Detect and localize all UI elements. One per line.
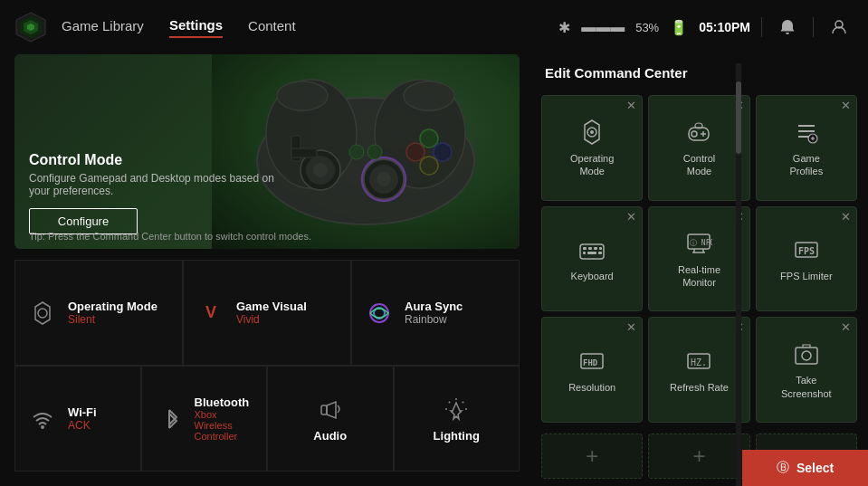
hero-description: Configure Gamepad and Desktop modes base…: [29, 172, 282, 197]
user-profile-button[interactable]: [825, 13, 854, 42]
audio-label: Audio: [313, 429, 347, 443]
cmd-tile-refresh-rate[interactable]: ✕ HZ. Refresh Rate: [648, 317, 749, 423]
remove-resolution-button[interactable]: ✕: [626, 321, 636, 333]
notification-button[interactable]: [773, 13, 802, 42]
remove-keyboard-button[interactable]: ✕: [626, 211, 636, 223]
cmd-tile-realtime-monitor[interactable]: ✕ ⓘ NFO Real-timeMonitor: [648, 206, 749, 312]
cmd-tile-control-mode[interactable]: ✕ ControlMode: [648, 95, 749, 201]
lighting-cell[interactable]: Lighting: [394, 366, 520, 472]
svg-text:FHD: FHD: [583, 358, 598, 367]
remove-take-screenshot-button[interactable]: ✕: [841, 321, 851, 333]
cmd-tile-fps-limiter-label: FPS Limiter: [780, 270, 832, 282]
svg-point-14: [420, 129, 438, 148]
svg-point-23: [277, 81, 328, 110]
cmd-tile-control-mode-label: ControlMode: [683, 152, 715, 178]
cmd-tile-take-screenshot-label: TakeScreenshot: [781, 374, 832, 400]
wifi-value: ACK: [68, 419, 97, 432]
nav-status-area: ✱ ▬▬▬ 53% 🔋 05:10PM: [558, 13, 854, 42]
bluetooth-value: Xbox Wireless Controller: [195, 409, 254, 442]
scrollbar[interactable]: [736, 63, 741, 486]
cmd-tile-operating-mode-label: OperatingMode: [570, 152, 614, 178]
add-tile-1[interactable]: +: [541, 434, 643, 479]
svg-text:ⓘ NFO: ⓘ NFO: [690, 239, 712, 247]
operating-mode-value: Silent: [68, 313, 157, 326]
svg-point-26: [38, 309, 47, 318]
svg-point-68: [802, 351, 811, 360]
operating-mode-cell[interactable]: Operating Mode Silent: [14, 260, 183, 366]
svg-text:FPS: FPS: [798, 246, 815, 256]
svg-text:HZ.: HZ.: [691, 357, 707, 367]
remove-fps-limiter-button[interactable]: ✕: [841, 211, 851, 223]
nav-game-library[interactable]: Game Library: [62, 18, 144, 37]
remove-game-profiles-button[interactable]: ✕: [841, 100, 851, 111]
cmd-tile-realtime-monitor-label: Real-timeMonitor: [678, 263, 720, 290]
time-display: 05:10PM: [699, 20, 750, 34]
cmd-tile-fps-limiter[interactable]: ✕ FPS FPS Limiter: [756, 206, 857, 312]
bluetooth-cell[interactable]: Bluetooth Xbox Wireless Controller: [141, 366, 268, 472]
audio-cell[interactable]: Audio: [267, 366, 394, 472]
bluetooth-cell-icon: [155, 405, 184, 434]
resolution-tile-icon: FHD: [577, 347, 606, 376]
svg-rect-55: [598, 252, 602, 254]
svg-rect-50: [588, 247, 592, 250]
app-logo[interactable]: [14, 11, 47, 43]
wifi-label: Wi-Fi: [68, 405, 97, 419]
settings-grid: Operating Mode Silent V Game Visual Vivi…: [14, 260, 520, 472]
lighting-icon: [442, 395, 471, 424]
hero-tip: Tip: Press the Command Center button to …: [29, 231, 311, 242]
bluetooth-icon: ✱: [558, 19, 570, 36]
wifi-cell-icon: [28, 405, 57, 434]
svg-marker-31: [327, 402, 336, 418]
wifi-icon: ▬▬▬: [581, 19, 625, 35]
take-screenshot-tile-icon: [792, 339, 821, 368]
select-button-bar[interactable]: Ⓑ Select: [742, 450, 868, 486]
cmd-tile-operating-mode[interactable]: ✕ OperatingMode: [541, 95, 643, 201]
cmd-tile-game-profiles-label: GameProfiles: [789, 152, 823, 178]
keyboard-tile-icon: [577, 235, 606, 264]
svg-rect-52: [599, 247, 602, 250]
game-visual-value: Vivid: [236, 313, 307, 326]
battery-icon: 🔋: [670, 19, 688, 36]
command-center-grid: ✕ OperatingMode ✕ ControlMode ✕: [541, 95, 857, 423]
wifi-percent: 53%: [635, 21, 659, 34]
hero-text: Control Mode Configure Gamepad and Deskt…: [29, 152, 505, 234]
fps-limiter-tile-icon: FPS: [792, 235, 821, 264]
aura-sync-label: Aura Sync: [405, 300, 463, 313]
cmd-tile-take-screenshot[interactable]: ✕ TakeScreenshot: [756, 317, 857, 423]
right-panel: Edit Command Center ✕ OperatingMode ✕ Co…: [534, 54, 868, 486]
nav-settings[interactable]: Settings: [169, 17, 223, 38]
select-button-label: Select: [796, 461, 834, 475]
left-panel: Control Mode Configure Gamepad and Deskt…: [0, 54, 534, 486]
operating-mode-label: Operating Mode: [68, 300, 157, 313]
refresh-rate-tile-icon: HZ.: [684, 347, 713, 376]
grid-row-1: Operating Mode Silent V Game Visual Vivi…: [14, 260, 520, 366]
operating-mode-tile-icon: [577, 118, 606, 147]
aura-sync-icon: [365, 299, 394, 328]
scroll-thumb[interactable]: [736, 81, 741, 154]
cmd-tile-resolution-label: Resolution: [568, 381, 615, 394]
svg-rect-49: [583, 247, 587, 250]
add-tile-2[interactable]: +: [648, 434, 749, 479]
aura-sync-cell[interactable]: Aura Sync Rainbow: [351, 260, 520, 366]
audio-icon: [316, 395, 345, 424]
bluetooth-label: Bluetooth: [195, 395, 254, 409]
add-icon-1: +: [586, 443, 598, 469]
wifi-cell[interactable]: Wi-Fi ACK: [14, 366, 141, 472]
hero-title: Control Mode: [29, 152, 505, 168]
cmd-tile-game-profiles[interactable]: ✕ GameProfiles: [756, 95, 857, 201]
remove-operating-mode-button[interactable]: ✕: [626, 100, 636, 111]
lighting-label: Lighting: [434, 429, 480, 443]
add-icon-2: +: [692, 443, 705, 469]
svg-rect-30: [321, 405, 327, 415]
aura-sync-value: Rainbow: [405, 313, 463, 326]
realtime-monitor-tile-icon: ⓘ NFO: [684, 229, 713, 258]
nav-content[interactable]: Content: [248, 18, 296, 37]
game-visual-cell[interactable]: V Game Visual Vivid: [183, 260, 351, 366]
cmd-tile-resolution[interactable]: ✕ FHD Resolution: [541, 317, 643, 423]
cmd-tile-keyboard[interactable]: ✕ Keyboard: [541, 206, 643, 312]
nav-links: Game Library Settings Content: [62, 17, 296, 38]
svg-rect-53: [583, 252, 586, 254]
select-button-icon: Ⓑ: [777, 460, 789, 476]
svg-point-24: [404, 81, 454, 110]
game-visual-label: Game Visual: [236, 300, 307, 313]
